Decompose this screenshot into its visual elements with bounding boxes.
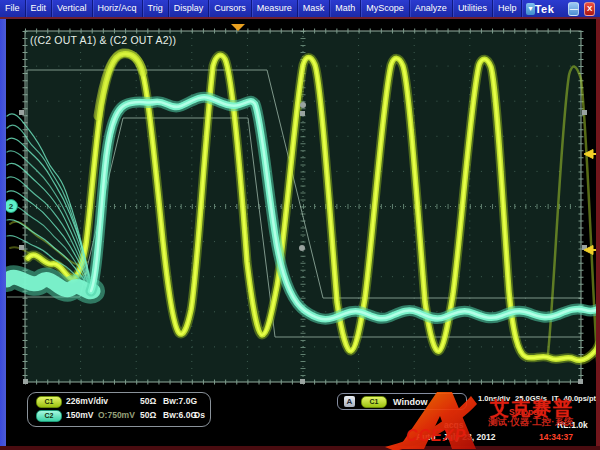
math-expression-label: ((C2 OUT A1) & (C2 OUT A2))	[30, 34, 176, 46]
channel-readout-box[interactable]: C1 226mV/div 50Ω Bw:7.0G C2 150mV O:750m…	[27, 392, 211, 427]
trigger-source-pill[interactable]: C1	[361, 396, 387, 408]
timebase: 1.0ns/div	[478, 394, 510, 403]
menu-divider	[0, 17, 600, 19]
menu-trig[interactable]: Trig	[143, 0, 169, 17]
c1-scale: 226mV/div	[66, 396, 108, 406]
resolution: 40.0ps/pt	[563, 394, 596, 403]
close-button[interactable]: X	[584, 2, 595, 16]
c1-bandwidth: Bw:7.0G	[163, 396, 197, 406]
trigger-mode: Auto	[416, 432, 435, 442]
channel-c1-pill[interactable]: C1	[36, 396, 62, 408]
minimize-button[interactable]: —	[568, 2, 579, 16]
c2-scale: 150mV	[66, 410, 93, 420]
c1-termination: 50Ω	[140, 396, 156, 406]
trigger-position-marker[interactable]	[231, 24, 245, 31]
tek-logo: Tek	[535, 3, 555, 15]
screen-edge-left	[0, 17, 6, 450]
c2-suffix: Ds	[194, 410, 205, 420]
menu-vertical[interactable]: Vertical	[52, 0, 93, 17]
horizontal-readout: 1.0ns/div 25.0GS/s IT 40.0ps/pt	[478, 394, 596, 403]
channel-2-badge[interactable]: 2	[5, 200, 18, 213]
menu-file[interactable]: File	[0, 0, 26, 17]
screen-edge-right	[596, 17, 600, 450]
c2-termination: 50Ω	[140, 410, 156, 420]
record-length: RL:1.0k	[557, 420, 588, 430]
menu-bar: File Edit Vertical Horiz/Acq Trig Displa…	[0, 0, 600, 17]
acq-status: Stopped	[509, 407, 543, 417]
menu-help[interactable]: Help	[493, 0, 523, 17]
channel-c2-pill[interactable]: C2	[36, 410, 62, 422]
menu-mask[interactable]: Mask	[298, 0, 331, 17]
screen-edge-bottom	[0, 446, 600, 450]
acqs-label: acqs	[444, 420, 463, 430]
menu-analyze[interactable]: Analyze	[410, 0, 453, 17]
close-icon: X	[587, 4, 592, 13]
acq-mode: IT	[552, 394, 559, 403]
oscilloscope-screen: 2 ((C2 OUT A1) & (C2 OUT A2)) File Edit …	[0, 0, 600, 450]
trigger-type: Window	[393, 397, 427, 407]
menu-myscope[interactable]: MyScope	[361, 0, 410, 17]
trigger-a-icon: A	[344, 396, 355, 407]
sample-rate: 25.0GS/s	[515, 394, 547, 403]
menu-horiz-acq[interactable]: Horiz/Acq	[93, 0, 143, 17]
menu-math[interactable]: Math	[330, 0, 361, 17]
svg-text:2: 2	[9, 202, 14, 211]
menu-utilities[interactable]: Utilities	[453, 0, 493, 17]
menu-measure[interactable]: Measure	[252, 0, 298, 17]
time-readout: 14:34:37	[539, 432, 573, 442]
date-readout: July 23, 2012	[443, 432, 495, 442]
c2-bandwidth: Bw:6.0G	[163, 410, 197, 420]
menu-edit[interactable]: Edit	[26, 0, 53, 17]
c2-offset: O:750mV	[98, 410, 135, 420]
menu-cursors[interactable]: Cursors	[209, 0, 252, 17]
chevron-down-icon: ▼	[527, 5, 534, 12]
waveform-display: 2	[0, 0, 600, 450]
minimize-icon: —	[570, 4, 578, 13]
trigger-readout-box[interactable]: A C1 Window	[337, 393, 467, 410]
menu-overflow-button[interactable]: ▼	[526, 3, 534, 15]
menu-display[interactable]: Display	[169, 0, 210, 17]
